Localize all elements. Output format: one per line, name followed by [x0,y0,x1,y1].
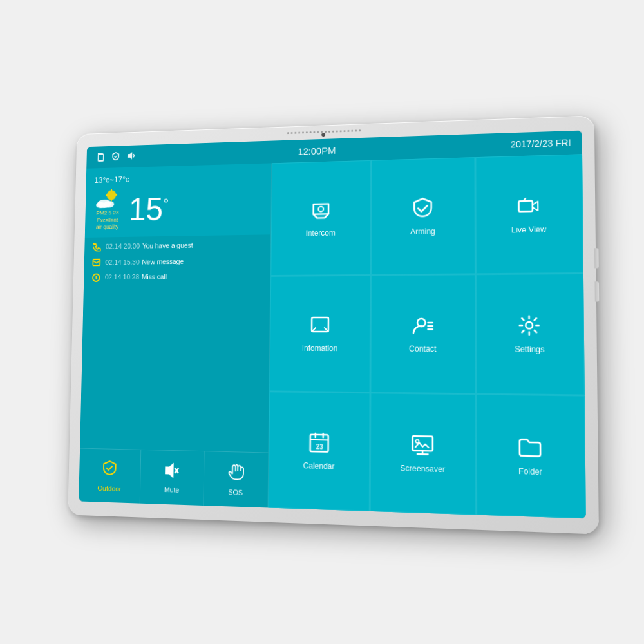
phone-icon [93,243,101,253]
tablet-device: 12:00PM 2017/2/23 FRI 13°c~17°c [68,115,599,534]
live-view-icon [516,194,541,222]
volume-button-up[interactable] [594,248,599,268]
screensaver-button[interactable]: Screensaver [370,393,476,515]
outdoor-button[interactable]: Outdoor [79,449,141,504]
calendar-icon: 23 [307,430,330,457]
infomation-label: Infomation [302,344,338,353]
settings-button[interactable]: Settings [476,274,585,395]
screen: 12:00PM 2017/2/23 FRI 13°c~17°c [79,131,586,519]
folder-icon [518,435,543,463]
outdoor-shield-icon [102,459,118,481]
infomation-button[interactable]: Infomation [269,276,370,392]
contact-label: Contact [409,345,437,354]
volume-button-down[interactable] [594,281,599,301]
mail-icon [92,259,100,268]
status-icons [96,151,136,164]
screensaver-icon [411,433,435,460]
weather-icon-area: PM2.5 23 Excellent air quality [93,187,122,231]
svg-point-15 [318,207,323,212]
mute-icon [164,462,180,482]
status-time: 12:00PM [298,145,336,156]
svg-marker-12 [166,464,174,477]
shield-icon [111,151,120,162]
weather-cloud-icon [93,187,122,210]
big-temperature: 15° [128,192,169,225]
main-content: 13°c~17°c [79,154,586,518]
left-panel: 13°c~17°c [79,163,272,507]
svg-marker-1 [128,152,133,160]
notif-item-message: 02.14 15:30New message [92,256,261,268]
svg-point-23 [526,323,533,329]
screensaver-label: Screensaver [400,464,445,474]
svg-text:23: 23 [316,443,323,451]
arming-button[interactable]: Arming [372,157,475,275]
notif-item-guest: 02.14 20:00You have a guest [93,240,262,253]
app-grid: Intercom Arming [268,154,585,518]
svg-line-25 [310,440,328,440]
intercom-label: Intercom [306,229,336,238]
copy-icon [96,151,106,163]
outdoor-label: Outdoor [97,484,121,492]
notification-list: 02.14 20:00You have a guest [80,234,270,452]
contact-icon [411,314,435,341]
status-date: 2017/2/23 FRI [511,137,571,149]
weather-pm: PM2.5 23 Excellent air quality [96,209,119,231]
contact-button[interactable]: Contact [371,275,475,393]
mute-label: Mute [164,486,179,494]
intercom-icon [309,199,332,225]
camera-dot [321,133,325,137]
notif-item-missed: 02.14 10:28Miss call [92,271,261,284]
sos-hand-icon [227,463,244,486]
sos-label: SOS [228,488,243,497]
arming-icon [411,196,435,223]
missed-call-icon [92,274,100,284]
svg-rect-0 [99,154,104,161]
settings-icon [517,314,542,341]
svg-rect-16 [519,201,533,212]
weather-widget: 13°c~17°c [85,163,272,238]
volume-icon [126,151,136,162]
live-view-label: Live View [511,225,546,234]
settings-label: Settings [515,345,544,355]
intercom-button[interactable]: Intercom [270,160,371,276]
svg-rect-29 [413,436,433,451]
arming-label: Arming [410,227,435,236]
svg-point-2 [107,190,117,200]
folder-button[interactable]: Folder [476,394,586,518]
quick-buttons: Outdoor Mute [79,448,268,508]
mute-button[interactable]: Mute [140,450,204,506]
folder-label: Folder [518,466,542,477]
screen-bezel: 12:00PM 2017/2/23 FRI 13°c~17°c [79,131,586,519]
sos-button[interactable]: SOS [204,451,268,507]
calendar-label: Calendar [303,461,335,471]
infomation-icon [308,314,332,340]
temp-range: 13°c~17°c [94,171,262,184]
calendar-button[interactable]: 23 Calendar [268,392,370,511]
live-view-button[interactable]: Live View [475,154,583,274]
svg-point-32 [415,440,419,443]
